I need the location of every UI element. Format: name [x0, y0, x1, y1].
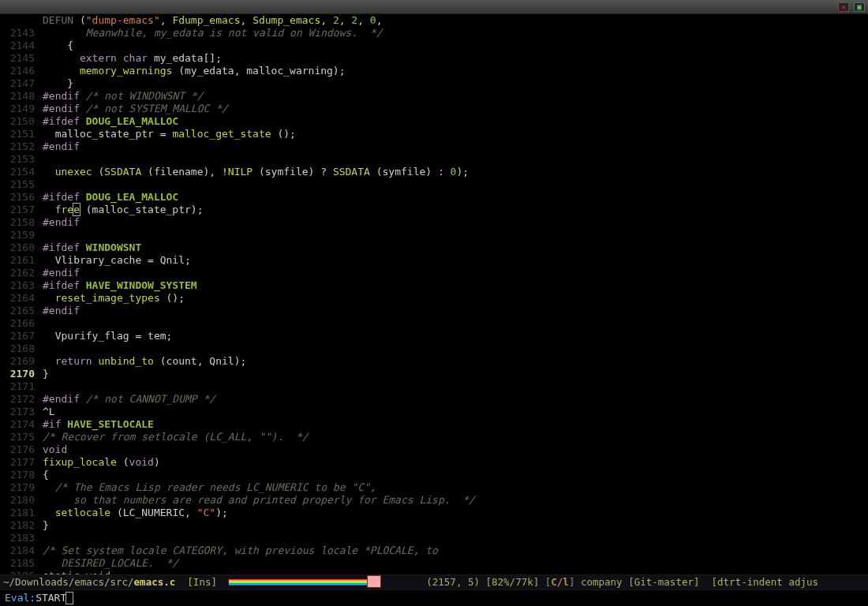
line-number: 2150	[0, 115, 43, 128]
code-line[interactable]: 2146 memory_warnings (my_edata, malloc_w…	[0, 65, 868, 77]
code-line[interactable]: 2157 free (malloc_state_ptr);	[0, 204, 868, 216]
code-line[interactable]: 2162#endif	[0, 267, 868, 279]
code-line[interactable]: 2170}	[0, 368, 868, 380]
line-number: 2172	[0, 393, 43, 406]
line-number: 2151	[0, 128, 43, 140]
mode-line-insert-state: [Ins]	[187, 576, 217, 589]
nyan-cat-progress	[229, 578, 379, 587]
line-number: 2147	[0, 77, 43, 90]
maximize-icon[interactable]: ▣	[854, 2, 865, 12]
line-number: 2161	[0, 254, 43, 267]
line-number: 2162	[0, 267, 43, 279]
code-line[interactable]: 2161 Vlibrary_cache = Qnil;	[0, 254, 868, 267]
code-line[interactable]: 2172#endif /* not CANNOT_DUMP */	[0, 393, 868, 406]
code-line[interactable]: 2173^L	[0, 406, 868, 418]
line-number: 2175	[0, 431, 43, 443]
code-line[interactable]: 2164 reset_image_types ();	[0, 292, 868, 305]
code-line[interactable]: 2174#if HAVE_SETLOCALE	[0, 418, 868, 431]
code-line[interactable]: DEFUN ("dump-emacs", Fdump_emacs, Sdump_…	[0, 14, 868, 27]
line-number: 2181	[0, 507, 43, 519]
line-number: 2154	[0, 166, 43, 178]
line-number: 2153	[0, 153, 43, 166]
mode-line-path: ~/Downloads/emacs/src/	[3, 576, 134, 589]
code-line[interactable]: 2149#endif /* not SYSTEM_MALLOC */	[0, 103, 868, 115]
line-number: 2152	[0, 140, 43, 153]
code-line[interactable]: 2179 /* The Emacs Lisp reader needs LC_N…	[0, 481, 868, 494]
minibuffer-prompt: Eval:	[5, 592, 36, 604]
code-line[interactable]: 2150#ifdef DOUG_LEA_MALLOC	[0, 115, 868, 128]
window-titlebar: ✕ ▣	[0, 0, 868, 14]
mode-line-cursor-pos: (2157, 5)	[426, 576, 480, 589]
mode-line: ~/Downloads/emacs/src/emacs.c [Ins] (215…	[0, 574, 868, 590]
mode-line-dtrt: [dtrt-indent adjus	[712, 576, 818, 589]
mode-line-git: [Git-master]	[628, 576, 699, 589]
minibuffer-input[interactable]: START	[36, 592, 66, 604]
line-number: 2186	[0, 570, 43, 574]
code-line[interactable]: 2178{	[0, 469, 868, 481]
line-number: 2149	[0, 103, 43, 115]
code-line[interactable]: 2153	[0, 153, 868, 166]
code-line[interactable]: 2151 malloc_state_ptr = malloc_get_state…	[0, 128, 868, 140]
code-line[interactable]: 2165#endif	[0, 305, 868, 317]
line-number: 2156	[0, 191, 43, 204]
code-editor[interactable]: DEFUN ("dump-emacs", Fdump_emacs, Sdump_…	[0, 14, 868, 574]
mode-line-filename: emacs.c	[134, 576, 176, 589]
line-number: 2178	[0, 469, 43, 481]
code-line[interactable]: 2160#ifdef WINDOWSNT	[0, 241, 868, 254]
minibuffer-cursor	[66, 593, 73, 604]
line-number: 2144	[0, 39, 43, 52]
line-number: 2163	[0, 279, 43, 292]
code-line[interactable]: 2181 setlocale (LC_NUMERIC, "C");	[0, 507, 868, 519]
code-line[interactable]: 2154 unexec (SSDATA (filename), !NILP (s…	[0, 166, 868, 178]
line-number: 2173	[0, 406, 43, 418]
line-number: 2155	[0, 178, 43, 191]
code-line[interactable]: 2148#endif /* not WINDOWSNT */	[0, 90, 868, 103]
line-number: 2184	[0, 544, 43, 557]
line-number: 2170	[0, 368, 43, 380]
line-number: 2185	[0, 557, 43, 570]
code-line[interactable]: 2171	[0, 380, 868, 393]
code-line[interactable]: 2167 Vpurify_flag = tem;	[0, 330, 868, 342]
line-number: 2165	[0, 305, 43, 317]
code-line[interactable]: 2169 return unbind_to (count, Qnil);	[0, 355, 868, 368]
line-number: 2145	[0, 52, 43, 65]
minibuffer[interactable]: Eval: START	[0, 590, 868, 606]
line-number: 2157	[0, 204, 43, 216]
code-line[interactable]: 2184/* Set system locale CATEGORY, with …	[0, 544, 868, 557]
code-line[interactable]: 2182}	[0, 519, 868, 532]
code-line[interactable]: 2175/* Recover from setlocale (LC_ALL, "…	[0, 431, 868, 443]
line-number: 2176	[0, 443, 43, 456]
code-line[interactable]: 2176void	[0, 443, 868, 456]
code-line[interactable]: 2143 Meanwhile, my_edata is not valid on…	[0, 27, 868, 39]
line-number: 2167	[0, 330, 43, 342]
code-line[interactable]: 2163#ifdef HAVE_WINDOW_SYSTEM	[0, 279, 868, 292]
line-number: 2158	[0, 216, 43, 229]
code-line[interactable]: 2144 {	[0, 39, 868, 52]
line-number: 2169	[0, 355, 43, 368]
code-line[interactable]: 2156#ifdef DOUG_LEA_MALLOC	[0, 191, 868, 204]
code-line[interactable]: 2183	[0, 532, 868, 544]
code-line[interactable]: 2159	[0, 229, 868, 241]
line-number: 2148	[0, 90, 43, 103]
line-number: 2182	[0, 519, 43, 532]
code-line[interactable]: 2185 DESIRED_LOCALE. */	[0, 557, 868, 570]
code-line[interactable]: 2180 so that numbers are read and printe…	[0, 494, 868, 507]
code-line[interactable]: 2177fixup_locale (void)	[0, 456, 868, 469]
code-line[interactable]: 2155	[0, 178, 868, 191]
line-number: 2183	[0, 532, 43, 544]
code-line[interactable]: 2145 extern char my_edata[];	[0, 52, 868, 65]
close-icon[interactable]: ✕	[838, 2, 849, 12]
line-number: 2168	[0, 342, 43, 355]
line-number: 2171	[0, 380, 43, 393]
code-line[interactable]: 2152#endif	[0, 140, 868, 153]
line-number: 2143	[0, 27, 43, 39]
mode-line-minor-company: company	[581, 576, 623, 589]
code-line[interactable]: 2168	[0, 342, 868, 355]
line-number: 2160	[0, 241, 43, 254]
code-line[interactable]: 2166	[0, 317, 868, 330]
line-number: 2159	[0, 229, 43, 241]
mode-line-percent: [82%/77k]	[486, 576, 540, 589]
line-number: 2174	[0, 418, 43, 431]
code-line[interactable]: 2158#endif	[0, 216, 868, 229]
code-line[interactable]: 2147 }	[0, 77, 868, 90]
